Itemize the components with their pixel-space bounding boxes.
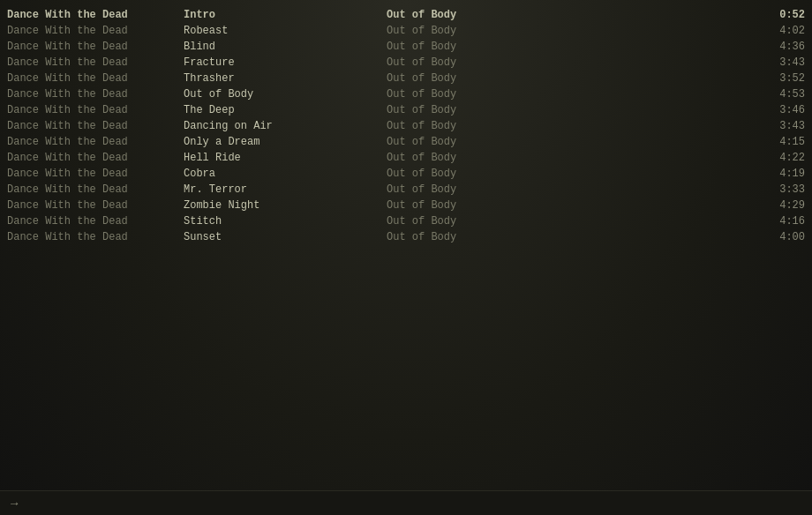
track-album: Out of Body [387,215,752,228]
track-artist: Dance With the Dead [7,183,184,196]
track-duration: 4:00 [752,231,805,243]
track-album: Out of Body [387,120,752,132]
track-duration: 3:43 [752,120,805,132]
track-album: Out of Body [387,136,752,148]
track-duration: 4:36 [752,41,805,53]
track-row[interactable]: Dance With the DeadStitchOut of Body4:16 [0,213,812,229]
track-row[interactable]: Dance With the DeadHell RideOut of Body4… [0,150,812,166]
track-duration: 3:33 [752,183,805,196]
track-duration: 4:15 [752,136,805,148]
track-title: Thrasher [184,72,387,85]
track-duration: 4:29 [752,199,805,212]
track-row[interactable]: Dance With the DeadSunsetOut of Body4:00 [0,229,812,245]
track-album: Out of Body [387,104,752,116]
track-title: Zombie Night [184,199,387,212]
track-row[interactable]: Dance With the DeadFractureOut of Body3:… [0,55,812,71]
track-duration: 3:46 [752,104,805,116]
arrow-icon: → [11,496,18,511]
track-duration: 4:02 [752,25,805,37]
track-row[interactable]: Dance With the DeadDancing on AirOut of … [0,118,812,134]
track-artist: Dance With the Dead [7,88,184,101]
track-row[interactable]: Dance With the DeadZombie NightOut of Bo… [0,198,812,213]
track-row[interactable]: Dance With the DeadMr. TerrorOut of Body… [0,182,812,198]
track-row[interactable]: Dance With the DeadRobeastOut of Body4:0… [0,23,812,39]
track-album: Out of Body [387,231,752,243]
track-list-header: Dance With the Dead Intro Out of Body 0:… [0,7,812,23]
track-duration: 3:43 [752,56,805,69]
track-album: Out of Body [387,72,752,85]
track-artist: Dance With the Dead [7,25,184,37]
track-title: Sunset [184,231,387,243]
track-title: Cobra [184,168,387,180]
track-artist: Dance With the Dead [7,104,184,116]
track-title: Dancing on Air [184,120,387,132]
track-album: Out of Body [387,152,752,164]
track-artist: Dance With the Dead [7,215,184,228]
header-duration: 0:52 [752,9,805,21]
track-title: Out of Body [184,88,387,101]
track-row[interactable]: Dance With the DeadBlindOut of Body4:36 [0,39,812,55]
track-artist: Dance With the Dead [7,120,184,132]
track-title: Fracture [184,56,387,69]
track-album: Out of Body [387,41,752,53]
track-title: Mr. Terror [184,183,387,196]
track-artist: Dance With the Dead [7,231,184,243]
track-artist: Dance With the Dead [7,152,184,164]
track-album: Out of Body [387,183,752,196]
track-row[interactable]: Dance With the DeadThrasherOut of Body3:… [0,71,812,86]
track-list: Dance With the Dead Intro Out of Body 0:… [0,0,812,252]
track-row[interactable]: Dance With the DeadCobraOut of Body4:19 [0,166,812,182]
track-title: Stitch [184,215,387,228]
track-title: The Deep [184,104,387,116]
track-album: Out of Body [387,25,752,37]
track-row[interactable]: Dance With the DeadOnly a DreamOut of Bo… [0,134,812,150]
track-album: Out of Body [387,199,752,212]
header-album: Out of Body [387,9,752,21]
track-album: Out of Body [387,88,752,101]
track-duration: 4:16 [752,215,805,228]
header-artist: Dance With the Dead [7,9,184,21]
track-album: Out of Body [387,56,752,69]
track-title: Robeast [184,25,387,37]
track-artist: Dance With the Dead [7,136,184,148]
track-title: Blind [184,41,387,53]
track-artist: Dance With the Dead [7,168,184,180]
track-title: Hell Ride [184,152,387,164]
bottom-bar: → [0,490,812,515]
track-duration: 4:22 [752,152,805,164]
header-title: Intro [184,9,387,21]
track-row[interactable]: Dance With the DeadThe DeepOut of Body3:… [0,102,812,118]
track-artist: Dance With the Dead [7,56,184,69]
track-duration: 4:53 [752,88,805,101]
track-duration: 3:52 [752,72,805,85]
track-title: Only a Dream [184,136,387,148]
track-row[interactable]: Dance With the DeadOut of BodyOut of Bod… [0,86,812,102]
track-artist: Dance With the Dead [7,72,184,85]
track-album: Out of Body [387,168,752,180]
track-duration: 4:19 [752,168,805,180]
track-artist: Dance With the Dead [7,41,184,53]
track-artist: Dance With the Dead [7,199,184,212]
